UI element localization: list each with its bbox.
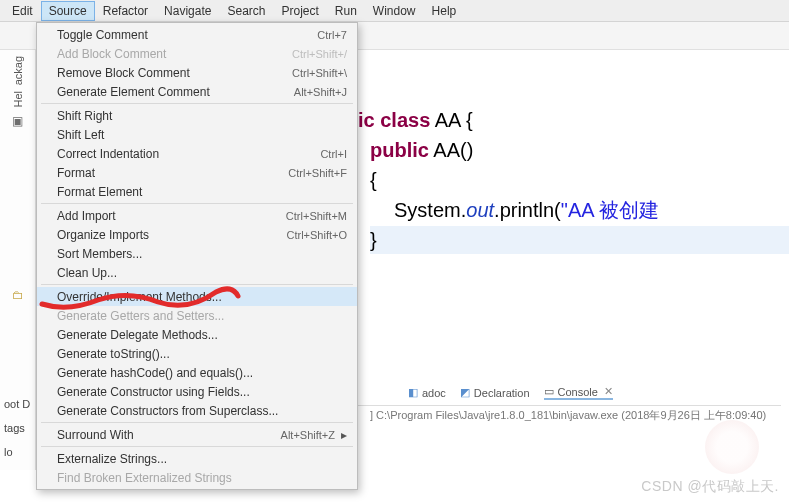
menu-item-shortcut: Ctrl+Shift+O — [286, 229, 347, 241]
menu-window[interactable]: Window — [365, 1, 424, 21]
menu-item-shortcut: Alt+Shift+J — [294, 86, 347, 98]
menu-item-label: Generate Getters and Setters... — [57, 309, 347, 323]
code-println: .println( — [494, 199, 561, 221]
menu-edit[interactable]: Edit — [4, 1, 41, 21]
code-system: System. — [394, 199, 466, 221]
menu-item-clean-up[interactable]: Clean Up... — [37, 263, 357, 282]
stamp-overlay — [705, 420, 759, 474]
menu-item-generate-getters-and-setters: Generate Getters and Setters... — [37, 306, 357, 325]
menu-item-generate-delegate-methods[interactable]: Generate Delegate Methods... — [37, 325, 357, 344]
menu-item-label: Shift Left — [57, 128, 347, 142]
menu-item-shortcut: Ctrl+Shift+F — [288, 167, 347, 179]
code-brace-open: { — [370, 169, 377, 191]
menu-item-label: Toggle Comment — [57, 28, 317, 42]
menu-item-label: Shift Right — [57, 109, 347, 123]
menu-item-shortcut: Ctrl+7 — [317, 29, 347, 41]
javadoc-icon: ◧ — [408, 386, 418, 399]
code-ctor: AA() — [429, 139, 473, 161]
menu-item-label: Add Import — [57, 209, 286, 223]
code-brace-close: } — [370, 229, 377, 251]
menu-item-label: Format Element — [57, 185, 347, 199]
tab-console[interactable]: ▭ Console ✕ — [544, 385, 613, 400]
menu-item-correct-indentation[interactable]: Correct IndentationCtrl+I — [37, 144, 357, 163]
menu-item-label: Remove Block Comment — [57, 66, 292, 80]
menu-item-label: Organize Imports — [57, 228, 286, 242]
menu-item-shortcut: Ctrl+I — [320, 148, 347, 160]
menu-item-label: Generate hashCode() and equals()... — [57, 366, 347, 380]
menu-item-surround-with[interactable]: Surround WithAlt+Shift+Z▸ — [37, 425, 357, 444]
menubar: Edit Source Refactor Navigate Search Pro… — [0, 0, 789, 22]
menu-item-label: Generate Delegate Methods... — [57, 328, 347, 342]
console-icon: ▭ — [544, 385, 554, 398]
menu-item-generate-element-comment[interactable]: Generate Element CommentAlt+Shift+J — [37, 82, 357, 101]
menu-item-label: Generate Constructor using Fields... — [57, 385, 347, 399]
menu-item-shift-left[interactable]: Shift Left — [37, 125, 357, 144]
menu-item-format[interactable]: FormatCtrl+Shift+F — [37, 163, 357, 182]
menu-item-format-element[interactable]: Format Element — [37, 182, 357, 201]
menu-source[interactable]: Source — [41, 1, 95, 21]
declaration-icon: ◩ — [460, 386, 470, 399]
code-brace: { — [466, 109, 473, 131]
menu-run[interactable]: Run — [327, 1, 365, 21]
menu-item-add-block-comment: Add Block CommentCtrl+Shift+/ — [37, 44, 357, 63]
code-editor[interactable]: ic class AA { public AA() { System.out.p… — [358, 78, 789, 256]
menu-item-label: Generate Element Comment — [57, 85, 294, 99]
menu-refactor[interactable]: Refactor — [95, 1, 156, 21]
menu-navigate[interactable]: Navigate — [156, 1, 219, 21]
source-dropdown-menu: Toggle CommentCtrl+7Add Block CommentCtr… — [36, 22, 358, 490]
menu-item-generate-hashcode-and-equals[interactable]: Generate hashCode() and equals()... — [37, 363, 357, 382]
menu-item-generate-tostring[interactable]: Generate toString()... — [37, 344, 357, 363]
menu-item-label: Correct Indentation — [57, 147, 320, 161]
menu-item-label: Surround With — [57, 428, 281, 442]
left-tab-help[interactable]: Hel — [12, 91, 24, 108]
menu-separator — [41, 422, 353, 423]
menu-item-label: Find Broken Externalized Strings — [57, 471, 347, 485]
menu-item-label: Generate Constructors from Superclass... — [57, 404, 347, 418]
menu-item-organize-imports[interactable]: Organize ImportsCtrl+Shift+O — [37, 225, 357, 244]
code-classname: AA — [430, 109, 466, 131]
folder-icon: 🗀 — [0, 288, 35, 302]
code-string: "AA 被创建 — [561, 199, 659, 221]
menu-item-generate-constructors-from-superclass[interactable]: Generate Constructors from Superclass... — [37, 401, 357, 420]
menu-separator — [41, 203, 353, 204]
code-out: out — [466, 199, 494, 221]
menu-item-shortcut: Ctrl+Shift+/ — [292, 48, 347, 60]
menu-item-add-import[interactable]: Add ImportCtrl+Shift+M — [37, 206, 357, 225]
menu-item-label: Generate toString()... — [57, 347, 347, 361]
menu-item-find-broken-externalized-strings: Find Broken Externalized Strings — [37, 468, 357, 487]
menu-item-shortcut: Ctrl+Shift+M — [286, 210, 347, 222]
tab-javadoc[interactable]: ◧ adoc — [408, 386, 446, 399]
left-tab-package[interactable]: ackag — [12, 56, 24, 85]
watermark: CSDN @代码敲上天. — [641, 478, 779, 496]
menu-item-override-implement-methods[interactable]: Override/Implement Methods... — [37, 287, 357, 306]
close-icon[interactable]: ✕ — [604, 385, 613, 398]
console-output: ] C:\Program Files\Java\jre1.8.0_181\bin… — [370, 408, 766, 423]
code-kw-public: public — [370, 139, 429, 161]
package-icon: ▣ — [0, 114, 35, 128]
menu-item-shift-right[interactable]: Shift Right — [37, 106, 357, 125]
menu-separator — [41, 103, 353, 104]
menu-help[interactable]: Help — [424, 1, 465, 21]
menu-item-label: Override/Implement Methods... — [57, 290, 347, 304]
menu-item-label: Format — [57, 166, 288, 180]
tab-declaration[interactable]: ◩ Declaration — [460, 386, 530, 399]
menu-item-toggle-comment[interactable]: Toggle CommentCtrl+7 — [37, 25, 357, 44]
menu-separator — [41, 446, 353, 447]
menu-item-label: Externalize Strings... — [57, 452, 347, 466]
chevron-right-icon: ▸ — [341, 428, 347, 442]
menu-project[interactable]: Project — [273, 1, 326, 21]
menu-separator — [41, 284, 353, 285]
menu-item-shortcut: Alt+Shift+Z — [281, 429, 335, 441]
menu-item-label: Add Block Comment — [57, 47, 292, 61]
bottom-tabs: ◧ adoc ◩ Declaration ▭ Console ✕ — [358, 380, 781, 406]
menu-item-generate-constructor-using-fields[interactable]: Generate Constructor using Fields... — [37, 382, 357, 401]
menu-item-shortcut: Ctrl+Shift+\ — [292, 67, 347, 79]
code-kw: ic class — [358, 109, 430, 131]
menu-item-remove-block-comment[interactable]: Remove Block CommentCtrl+Shift+\ — [37, 63, 357, 82]
menu-item-label: Clean Up... — [57, 266, 347, 280]
menu-search[interactable]: Search — [219, 1, 273, 21]
menu-item-sort-members[interactable]: Sort Members... — [37, 244, 357, 263]
menu-item-label: Sort Members... — [57, 247, 347, 261]
menu-item-externalize-strings[interactable]: Externalize Strings... — [37, 449, 357, 468]
